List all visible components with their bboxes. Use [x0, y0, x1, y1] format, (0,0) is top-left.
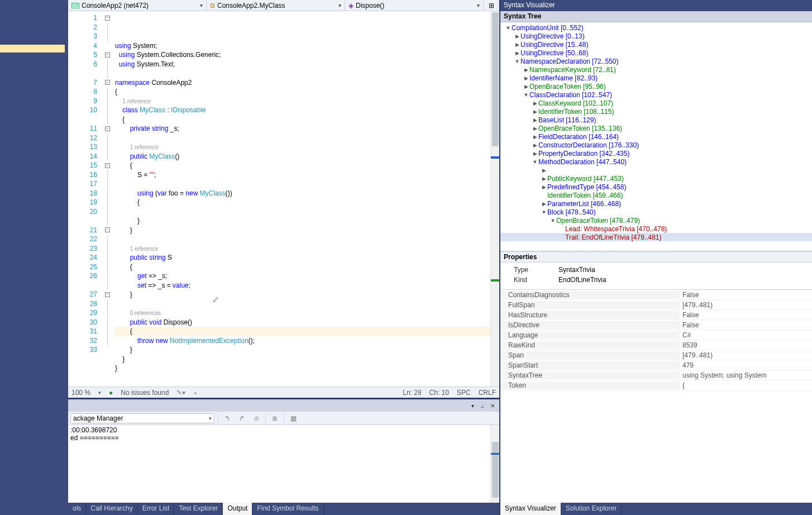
code-line[interactable] [115, 207, 490, 217]
code-line[interactable]: { [115, 263, 490, 272]
code-line[interactable]: using System.Text; [115, 60, 490, 69]
code-line[interactable]: public void Dispose() [115, 318, 490, 327]
syntax-tree[interactable]: ▼ CompilationUnit [0..552) ▶ UsingDirect… [500, 22, 812, 251]
expand-icon[interactable]: ▶ [532, 142, 538, 148]
bottom-tab[interactable]: Test Explorer [174, 503, 223, 515]
code-line[interactable]: 0 references [115, 308, 490, 318]
clear-button[interactable]: ⎚ [251, 413, 262, 423]
expand-icon[interactable]: ▶ [532, 134, 538, 140]
bottom-tab[interactable]: Error List [138, 503, 175, 515]
expand-icon[interactable]: ▶ [541, 176, 547, 182]
nav-split[interactable]: ⊞ [484, 0, 499, 11]
code-line[interactable] [115, 69, 490, 78]
bottom-tab[interactable]: Output [223, 503, 252, 515]
tree-node[interactable]: ▶ OpenBraceToken [95..96) [500, 82, 812, 90]
tree-node[interactable]: ▼ Block [478..540) [500, 208, 812, 216]
line-label[interactable]: Ln: 28 [403, 389, 421, 397]
code-line[interactable] [115, 373, 490, 383]
expand-icon[interactable]: ▶ [532, 117, 538, 123]
prop-row[interactable]: IsDirectiveFalse [500, 320, 812, 330]
wrap-button[interactable]: ≣ [269, 413, 280, 423]
expand-icon[interactable]: ▶ [514, 50, 520, 56]
code-line[interactable]: public string S [115, 253, 490, 263]
prop-row[interactable]: ContainsDiagnosticsFalse [500, 290, 812, 300]
code-line[interactable]: S = ""; [115, 170, 490, 180]
bottom-tab[interactable]: ols [68, 503, 86, 515]
tree-node[interactable]: Lead: WhitespaceTrivia [470..478) [500, 225, 812, 233]
fold-gutter[interactable]: −−−−−−− [102, 11, 113, 387]
code-line[interactable] [115, 299, 490, 309]
tree-node[interactable]: Trail: EndOfLineTrivia [479..481) [500, 233, 812, 241]
window-menu-icon[interactable]: ▾ [468, 402, 477, 409]
expand-icon[interactable]: ▶ [541, 184, 547, 190]
code-line[interactable]: { [115, 87, 490, 97]
code-line[interactable]: } [115, 355, 490, 364]
indent-mode[interactable]: SPC [457, 389, 471, 397]
properties-grid[interactable]: ContainsDiagnosticsFalseFullSpan[479..48… [500, 290, 812, 503]
tree-node[interactable]: ▶ UsingDirective [15..48) [500, 40, 812, 49]
tree-node[interactable]: ▼ ClassDeclaration [102..547) [500, 90, 812, 99]
code-line[interactable]: using System; [115, 41, 490, 51]
tree-node[interactable]: ▶ PublicKeyword [447..453) [500, 174, 812, 183]
tree-node[interactable]: ▶ NamespaceKeyword [72..81) [500, 65, 812, 74]
eol-mode[interactable]: CRLF [479, 389, 496, 397]
code-editor[interactable]: 1234567891011121314151617181920212223242… [68, 11, 499, 387]
fold-toggle[interactable]: − [105, 126, 110, 131]
prev-icon[interactable]: ◂ [193, 389, 197, 397]
code-line[interactable]: 1 reference [115, 97, 490, 106]
scrollbar-thumb[interactable] [492, 12, 499, 146]
tree-node[interactable]: ▶ UsingDirective [0..13) [500, 32, 812, 40]
scrollbar-thumb[interactable] [492, 442, 499, 498]
code-line[interactable]: } [115, 364, 490, 373]
tree-node[interactable]: ▶ ParameterList [466..468) [500, 199, 812, 208]
tree-node[interactable]: ▶ ClassKeyword [102..107) [500, 99, 812, 107]
zoom-level[interactable]: 100 % [71, 389, 90, 397]
prop-row[interactable]: SyntaxTreeusing System; using System [500, 370, 812, 380]
code-line[interactable] [115, 133, 490, 143]
code-line[interactable]: get => _s; [115, 271, 490, 281]
expand-icon[interactable]: ▶ [523, 75, 529, 81]
tree-node[interactable]: ▶ IdentifierToken [108..115) [500, 107, 812, 116]
fold-toggle[interactable]: − [105, 227, 110, 232]
code-area[interactable]: 🖉 using System; using System.Collections… [113, 11, 490, 387]
expand-icon[interactable]: ▶ [514, 34, 520, 39]
close-icon[interactable]: ✕ [488, 402, 497, 409]
tree-node[interactable]: ▶ OpenBraceToken [135..136) [500, 124, 812, 132]
prop-row[interactable]: LanguageC# [500, 330, 812, 340]
code-line[interactable]: using (var foo = new MyClass()) [115, 189, 490, 198]
tree-node[interactable]: IdentifierToken [459..466) [500, 191, 812, 199]
expand-icon[interactable]: ▶ [532, 109, 538, 115]
code-line[interactable]: private string _s; [115, 124, 490, 133]
tree-node[interactable]: ▶ [500, 166, 812, 174]
expand-icon[interactable]: ▶ [523, 67, 529, 73]
expand-icon[interactable]: ▶ [532, 126, 538, 131]
code-line[interactable]: } [115, 216, 490, 226]
col-label[interactable]: Ch: 10 [429, 389, 449, 397]
next-message-button[interactable]: ↱ [236, 413, 247, 423]
fold-toggle[interactable]: − [105, 80, 110, 85]
right-tab[interactable]: Solution Explorer [561, 503, 622, 515]
code-line[interactable]: 1 reference [115, 142, 490, 152]
prop-row[interactable]: Span[479..481) [500, 350, 812, 360]
expand-icon[interactable]: ▶ [523, 84, 529, 89]
code-line[interactable]: public MyClass() [115, 152, 490, 161]
prop-row[interactable]: RawKind8539 [500, 340, 812, 350]
fold-toggle[interactable]: − [105, 16, 110, 21]
expand-icon[interactable]: ▶ [541, 201, 547, 207]
expand-icon[interactable]: ▼ [505, 25, 512, 31]
expand-icon[interactable]: ▼ [523, 92, 529, 98]
code-line[interactable]: 1 reference [115, 244, 490, 254]
nav-member[interactable]: ◈ Dispose() ▾ [345, 0, 484, 11]
code-line[interactable]: } [115, 290, 490, 299]
tree-node[interactable]: ▼ MethodDeclaration [447..540) [500, 158, 812, 166]
tree-node[interactable]: ▼ NamespaceDeclaration [72..550) [500, 57, 812, 65]
expand-icon[interactable]: ▶ [541, 168, 547, 173]
fold-toggle[interactable]: − [105, 292, 110, 297]
code-line[interactable]: class MyClass : IDisposable [115, 106, 490, 115]
code-line[interactable]: { [115, 327, 490, 336]
chevron-down-icon[interactable]: ▾ [98, 390, 101, 395]
output-source-combo[interactable]: ackage Manager ▾ [70, 413, 214, 423]
fold-toggle[interactable]: − [105, 163, 110, 168]
code-line[interactable]: set => _s = value; [115, 281, 490, 290]
bottom-tab[interactable]: Find Symbol Results [252, 503, 323, 515]
